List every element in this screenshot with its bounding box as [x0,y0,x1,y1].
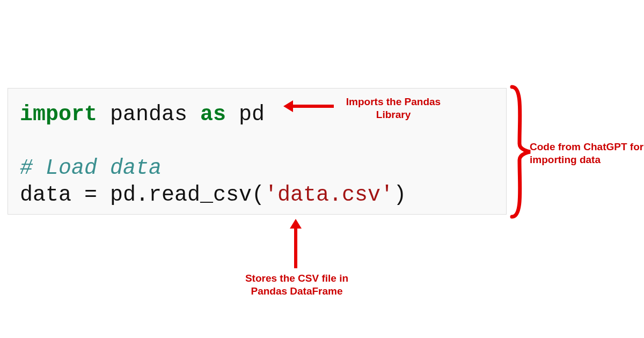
code-line-4: data = pd.read_csv('data.csv') [20,182,494,209]
code-comment: # Load data [20,155,494,182]
annotation-imports: Imports the Pandas Library [337,95,450,121]
annotation-stores: Stores the CSV file in Pandas DataFrame [238,272,356,298]
keyword-import: import [20,102,97,127]
code-line-blank [20,128,494,155]
code-rhs: ) [393,183,406,207]
arrow-left-icon [291,105,334,108]
keyword-as: as [200,102,226,127]
brace-icon [509,85,532,219]
code-lhs: data = pd.read_csv( [20,183,265,207]
arrow-up-icon [294,226,297,268]
identifier-pd: pd [226,102,265,127]
annotation-source: Code from ChatGPT for importing data [530,141,644,166]
code-string: 'data.csv' [265,183,393,207]
identifier-pandas: pandas [97,102,200,127]
